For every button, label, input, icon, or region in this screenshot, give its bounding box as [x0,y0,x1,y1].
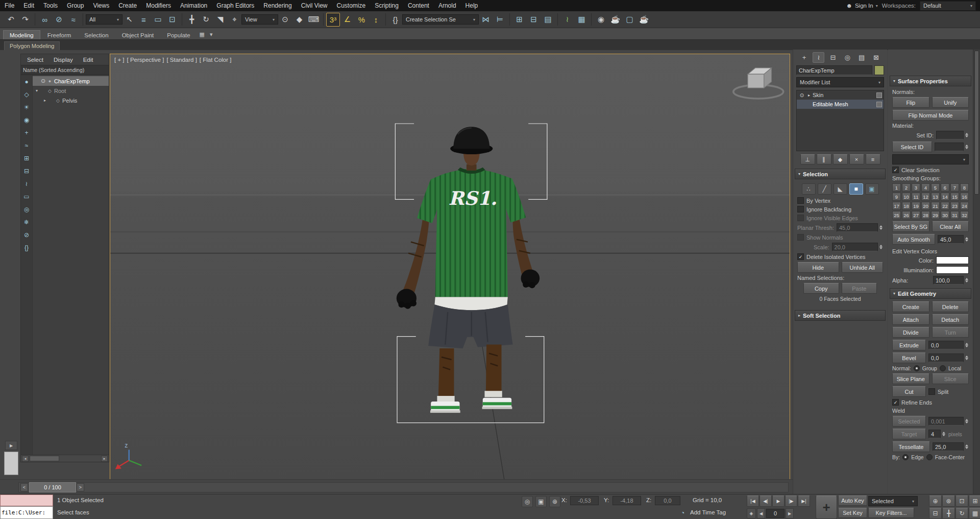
select-and-scale-icon[interactable]: ◥ [213,13,227,27]
zoom-icon[interactable]: ⊕ [929,496,942,507]
flip-normal-mode-button[interactable]: Flip Normal Mode [892,110,969,121]
explorer-menu-item[interactable]: Display [50,56,77,63]
scene-node-row[interactable]: ⊙ ● CharExpTemp [33,76,109,86]
smoothing-group-button[interactable]: 22 [941,202,949,210]
spinner-arrows[interactable] [964,133,969,137]
viewport-label-segment[interactable]: [ + ] [114,57,125,63]
scrollbar-thumb[interactable] [974,51,979,195]
sign-in-button[interactable]: ☻ Sign In ▾ [846,3,878,9]
pan-view-icon[interactable]: ╋ [942,508,955,519]
render-setup-icon[interactable]: ☕ [608,13,622,27]
display-space-warps-icon[interactable]: ≈ [22,141,31,150]
display-shapes-icon[interactable]: ◇ [22,90,31,99]
ribbon-collapse-icon[interactable]: ▾ [207,30,216,38]
time-slider-next-button[interactable]: > [77,483,84,491]
previous-key-icon[interactable]: ◀ [757,508,765,518]
menubar-item[interactable]: Customize [332,0,371,11]
menubar-item[interactable]: Tools [39,0,62,11]
smoothing-group-button[interactable]: 24 [960,202,969,210]
modifier-stack-row[interactable]: ⊙ ▸ Skin [797,90,884,100]
face-mode-icon[interactable]: ◣ [834,183,847,195]
auto-smooth-field[interactable]: 45,0 [938,235,964,244]
command-panel-scrollbar[interactable] [973,50,980,494]
smoothing-group-button[interactable]: 18 [902,202,911,210]
polygon-modeling-panel-tab[interactable]: Polygon Modeling [4,41,60,50]
zoom-region-icon[interactable]: ⊟ [929,508,942,519]
weld-selected-field[interactable]: 0,001 [928,417,964,426]
use-pivot-point-center-icon[interactable]: ⊙ [278,13,292,27]
scroll-left-icon[interactable]: ◂ [22,456,29,462]
edit-geometry-rollout-header[interactable]: Edit Geometry [890,288,971,299]
smoothing-group-button[interactable]: 20 [921,202,930,210]
display-bones-icon[interactable]: ≀ [22,180,31,188]
smoothing-group-button[interactable]: 11 [912,193,920,201]
object-color-swatch[interactable] [874,65,884,75]
perspective-viewport[interactable]: [ + ][ Perspective ][ Standard ][ Flat C… [110,54,790,480]
maxscript-mini-listener-input[interactable]: file:C:\User: [0,506,53,519]
remove-modifier-icon[interactable]: × [849,154,864,164]
display-cameras-icon[interactable]: ◉ [22,116,31,124]
next-frame-icon[interactable]: |▶ [785,496,797,507]
menubar-item[interactable]: Create [114,0,141,11]
smoothing-group-button[interactable]: 5 [931,183,940,192]
display-groups-icon[interactable]: ⊞ [22,154,31,162]
smoothing-group-button[interactable]: 30 [941,211,949,219]
rendered-frame-window-icon[interactable]: ▢ [623,13,636,27]
smoothing-group-button[interactable]: 23 [950,202,959,210]
previous-frame-icon[interactable]: ◀| [760,496,772,507]
next-key-icon[interactable]: ▶ [786,508,794,518]
menubar-item[interactable]: Animation [176,0,212,11]
menubar-item[interactable]: Group [62,0,88,11]
expander-icon[interactable]: ▸ [42,98,48,103]
selection-lock-icon[interactable]: ▣ [535,496,547,507]
smoothing-group-button[interactable]: 16 [960,193,969,201]
create-button[interactable]: Create [892,301,929,312]
pin-stack-icon[interactable]: ⊥ [800,154,815,164]
ribbon-tab[interactable]: Modeling [3,30,40,39]
curve-editor-icon[interactable]: ≀ [560,13,574,27]
window-crossing-icon[interactable]: ⊡ [165,13,179,27]
normals-scale-field[interactable]: 20,0 [832,243,878,251]
go-to-end-icon[interactable]: ▶| [798,496,810,507]
refine-ends-checkbox[interactable] [892,399,899,406]
named-selection-dropdown[interactable]: Create Selection Se [402,14,479,25]
object-name-field[interactable]: CharExpTemp [796,65,872,75]
display-selection-sets-icon[interactable]: {} [22,244,31,252]
normal-group-radio[interactable] [914,365,920,371]
smoothing-group-button[interactable]: 14 [941,193,949,201]
normal-local-radio[interactable] [940,365,946,371]
modifier-expander-icon[interactable]: ▸ [806,93,812,98]
redo-icon[interactable]: ↷ [18,13,32,27]
menubar-item[interactable]: Scripting [370,0,403,11]
attach-button[interactable]: Attach [892,314,929,325]
ribbon-tab[interactable]: Selection [78,31,114,39]
select-and-move-icon[interactable]: ╋ [185,13,199,27]
select-by-name-icon[interactable]: ≡ [137,13,151,27]
modifier-toggle-icon[interactable] [876,92,882,98]
explorer-sort-header[interactable]: Name (Sorted Ascending) [21,65,109,75]
modifier-list-dropdown[interactable]: Modifier List [796,77,884,87]
edge-mode-icon[interactable]: ╱ [818,183,831,195]
key-mode-toggle-icon[interactable]: ◈ [747,508,756,518]
smoothing-group-button[interactable]: 3 [912,183,920,192]
orbit-icon[interactable]: ↻ [955,508,968,519]
polygon-mode-icon[interactable]: ■ [849,183,863,195]
hide-button[interactable]: Hide [797,262,839,273]
viewport-label-segment[interactable]: [ Standard ] [166,57,197,63]
smoothing-group-button[interactable]: 21 [931,202,940,210]
modify-tab-icon[interactable]: ≀ [813,52,824,63]
alpha-field[interactable]: 100,0 [933,276,964,285]
x-coordinate-field[interactable]: -0,53 [570,496,599,505]
rectangular-selection-region-icon[interactable]: ▭ [151,13,165,27]
offset-mode-icon[interactable]: ⊕ [549,496,560,507]
show-normals-checkbox[interactable] [797,234,804,241]
smoothing-group-button[interactable]: 15 [950,193,959,201]
display-frozen-icon[interactable]: ❄ [22,218,31,226]
auto-smooth-button[interactable]: Auto Smooth [892,234,935,245]
display-tab-icon[interactable]: ▤ [856,52,868,63]
smoothing-group-button[interactable]: 6 [941,183,949,192]
smoothing-group-button[interactable]: 19 [912,202,920,210]
workspace-dropdown[interactable]: Default [920,1,976,11]
divide-button[interactable]: Divide [892,327,929,338]
set-key-button[interactable]: Set Key [838,508,867,518]
